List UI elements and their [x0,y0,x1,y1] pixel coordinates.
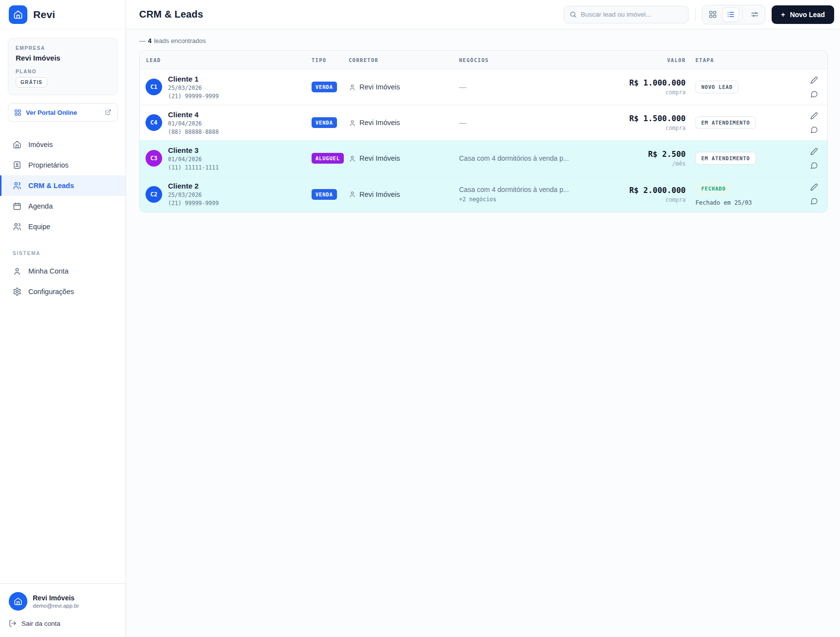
lead-avatar: C4 [146,114,162,131]
sidebar-item-label: Proprietários [28,161,68,169]
sidebar-item-minha-conta[interactable]: Minha Conta [0,261,126,281]
table-row[interactable]: C2 Cliente 2 25/03/2026 (21) 99999-9999 … [140,176,827,212]
negocios-value: Casa com 4 dormitórios à venda p... [459,186,609,193]
comment-button[interactable] [810,126,818,134]
user-icon [349,191,356,198]
valor-amount: R$ 1.500.000 [609,114,686,123]
sidebar-item-label: Equipe [28,223,50,231]
summary-dash: — [139,37,146,44]
filters-button[interactable] [746,7,763,22]
lead-date: 01/04/2026 [168,156,219,163]
logout-label: Sair da conta [21,620,61,627]
sidebar-item-label: Minha Conta [28,267,68,275]
list-view-button[interactable] [722,7,739,22]
search-icon [569,11,577,18]
negocios-subtext: +2 negócios [459,196,609,203]
sidebar-nav: Imóveis Proprietários CRM & Leads Agenda… [0,134,126,302]
external-link-icon [105,109,111,116]
user-icon [349,119,356,127]
corretor-name: Revi Imóveis [359,119,400,127]
comment-button[interactable] [810,197,818,205]
edit-button[interactable] [810,183,818,191]
view-portal-label: Ver Portal Online [26,109,100,116]
valor-amount: R$ 2.000.000 [609,186,686,195]
sidebar-item-equipe[interactable]: Equipe [0,216,126,237]
table-row[interactable]: C1 Cliente 1 25/03/2026 (21) 99999-9999 … [140,69,827,105]
account-summary[interactable]: Revi Imóveis demo@revi.app.br [9,592,117,611]
corretor-cell: Revi Imóveis [349,83,459,91]
edit-button[interactable] [810,76,818,84]
table-header-row: LEAD TIPO CORRETOR NEGÓCIOS VALOR ETAPA [140,51,827,69]
leads-table: LEAD TIPO CORRETOR NEGÓCIOS VALOR ETAPA … [139,50,828,212]
lead-date: 25/03/2026 [168,85,219,91]
stage-badge: FECHADO [695,182,732,195]
lead-phone: (21) 99999-9999 [168,93,219,100]
logout-button[interactable]: Sair da conta [9,619,117,627]
row-actions [794,76,827,98]
brand-logo[interactable] [9,5,27,24]
lead-name: Cliente 2 [168,182,219,190]
page-title: CRM & Leads [139,9,203,20]
valor-cell: R$ 2.000.000 compra [609,186,686,203]
users-icon [13,181,21,190]
comment-button[interactable] [810,90,818,98]
valor-amount: R$ 2.500 [609,149,686,159]
sidebar-item-proprietarios[interactable]: Proprietários [0,155,126,175]
lead-phone: (21) 99999-9999 [168,200,219,207]
new-lead-label: Novo Lead [790,11,825,19]
plan-label: PLANO [16,69,110,74]
stage-subtext: Fechado em 25/03 [695,199,794,206]
lead-name: Cliente 1 [168,75,219,83]
tipo-badge: ALUGUEL [312,153,344,164]
lead-cell: C2 Cliente 2 25/03/2026 (21) 99999-9999 [140,182,312,207]
edit-button[interactable] [810,148,818,155]
results-text: leads encontrados [154,37,206,44]
valor-amount: R$ 1.000.000 [609,78,686,87]
lead-date: 25/03/2026 [168,191,219,198]
sidebar-item-label: Configurações [28,288,74,296]
grid-view-button[interactable] [704,7,721,22]
valor-subtext: compra [609,196,686,203]
grid-view-icon [709,10,717,19]
main-area: CRM & Leads [126,0,840,637]
results-summary: — 4 leads encontrados [126,29,840,50]
list-view-icon [727,10,735,19]
search-input[interactable] [581,11,683,18]
corretor-name: Revi Imóveis [359,154,400,162]
grid-icon [14,109,21,116]
row-actions [794,148,827,170]
corretor-cell: Revi Imóveis [349,191,459,198]
company-name: Revi Imóveis [16,54,110,62]
sidebar-item-label: CRM & Leads [28,182,74,190]
new-lead-button[interactable]: + Novo Lead [772,5,834,24]
sidebar-item-crm-leads[interactable]: CRM & Leads [0,175,126,196]
plan-badge: GRÁTIS [16,77,47,87]
sidebar-item-configuracoes[interactable]: Configurações [0,281,126,302]
corretor-cell: Revi Imóveis [349,154,459,162]
home-icon [14,597,22,606]
negocios-value: — [459,118,466,127]
tipo-badge: VENDA [312,189,337,200]
edit-button[interactable] [810,112,818,120]
table-row[interactable]: C4 Cliente 4 01/04/2026 (88) 88888-8888 … [140,105,827,141]
column-header-valor: VALOR [609,57,686,63]
lead-avatar: C3 [146,150,162,167]
stage-badge: EM ATENDIMENTO [695,116,756,129]
calendar-icon [13,202,21,211]
comment-button[interactable] [810,162,818,170]
sidebar-item-imoveis[interactable]: Imóveis [0,134,126,155]
sidebar-item-agenda[interactable]: Agenda [0,196,126,216]
contact-card-icon [13,161,21,170]
row-actions [794,112,827,134]
view-portal-button[interactable]: Ver Portal Online [8,103,118,122]
stage-badge: NOVO LEAD [695,81,738,93]
home-icon [13,10,23,20]
table-row[interactable]: C3 Cliente 3 01/04/2026 (11) 11111-1111 … [140,141,827,176]
column-header-negocios: NEGÓCIOS [459,57,609,63]
row-actions [794,183,827,205]
corretor-cell: Revi Imóveis [349,119,459,127]
lead-cell: C1 Cliente 1 25/03/2026 (21) 99999-9999 [140,75,312,100]
lead-cell: C3 Cliente 3 01/04/2026 (11) 11111-1111 [140,146,312,171]
view-toggle-group [702,5,765,24]
sidebar-item-label: Agenda [28,202,53,210]
